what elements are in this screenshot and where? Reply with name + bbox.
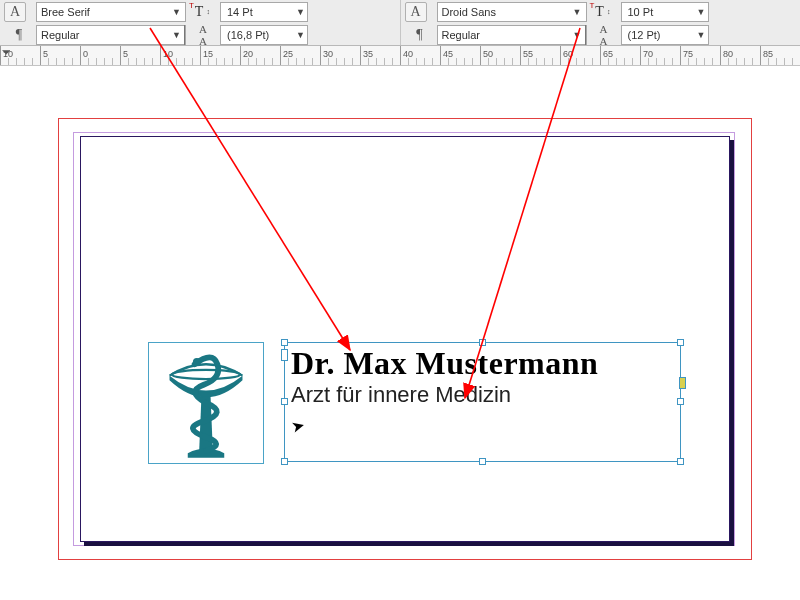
- ruler-minor-tick: [456, 58, 457, 65]
- para-panel-icon: ¶: [16, 27, 22, 43]
- resize-handle[interactable]: [677, 398, 684, 405]
- ruler-tick: 60: [560, 46, 561, 65]
- ruler-minor-tick: [328, 58, 329, 65]
- leading-icon: AA: [589, 24, 619, 46]
- ruler-minor-tick: [632, 58, 633, 65]
- horizontal-ruler[interactable]: ⏷ 10505101520253035404550556065707580859…: [0, 46, 800, 66]
- ruler-minor-tick: [672, 58, 673, 65]
- font-style-combo[interactable]: Regular ▼: [437, 25, 587, 45]
- ruler-minor-tick: [48, 58, 49, 65]
- subline-text[interactable]: Arzt für innere Medizin: [285, 382, 680, 408]
- ruler-minor-tick: [336, 58, 337, 65]
- image-frame-logo[interactable]: [148, 342, 264, 464]
- paragraph-panel-toggle[interactable]: ¶: [405, 24, 435, 46]
- ruler-minor-tick: [416, 58, 417, 65]
- ruler-minor-tick: [392, 58, 393, 65]
- ruler-minor-tick: [208, 58, 209, 65]
- ruler-minor-tick: [448, 58, 449, 65]
- leading-field[interactable]: (16,8 Pt) ▼: [220, 25, 308, 45]
- char-panel-icon: A: [410, 4, 420, 20]
- ruler-minor-tick: [432, 58, 433, 65]
- ruler-minor-tick: [16, 58, 17, 65]
- resize-handle[interactable]: [281, 398, 288, 405]
- resize-handle[interactable]: [479, 339, 486, 346]
- ruler-minor-tick: [296, 58, 297, 65]
- character-panel-toggle[interactable]: A: [405, 2, 427, 22]
- ruler-minor-tick: [776, 58, 777, 65]
- ruler-minor-tick: [168, 58, 169, 65]
- ruler-tick: 30: [320, 46, 321, 65]
- ruler-minor-tick: [648, 58, 649, 65]
- headline-text[interactable]: Dr. Max Mustermann: [285, 343, 680, 382]
- ruler-minor-tick: [312, 58, 313, 65]
- ruler-minor-tick: [192, 58, 193, 65]
- ruler-minor-tick: [544, 58, 545, 65]
- ruler-minor-tick: [408, 58, 409, 65]
- font-style-combo[interactable]: Regular ▼: [36, 25, 186, 45]
- ruler-minor-tick: [712, 58, 713, 65]
- paragraph-panel-toggle[interactable]: ¶: [4, 24, 34, 46]
- ruler-minor-tick: [688, 58, 689, 65]
- ruler-tick: 70: [640, 46, 641, 65]
- ruler-minor-tick: [96, 58, 97, 65]
- chevron-down-icon: ▼: [697, 30, 706, 40]
- ruler-tick: 75: [680, 46, 681, 65]
- ruler-tick: 40: [400, 46, 401, 65]
- resize-handle[interactable]: [281, 458, 288, 465]
- resize-handle[interactable]: [281, 339, 288, 346]
- ruler-minor-tick: [624, 58, 625, 65]
- leading-icon: AA: [188, 24, 218, 46]
- ruler-minor-tick: [728, 58, 729, 65]
- ruler-minor-tick: [368, 58, 369, 65]
- ruler-minor-tick: [216, 58, 217, 65]
- ruler-tick: 5: [40, 46, 41, 65]
- chevron-down-icon: ▼: [172, 7, 181, 17]
- resize-handle[interactable]: [677, 458, 684, 465]
- ruler-minor-tick: [576, 58, 577, 65]
- resize-handle[interactable]: [677, 339, 684, 346]
- ruler-minor-tick: [104, 58, 105, 65]
- page[interactable]: [80, 136, 730, 542]
- char-panel-icon: A: [10, 4, 20, 20]
- font-size-icon: TT↕: [188, 1, 210, 23]
- ruler-minor-tick: [112, 58, 113, 65]
- leading-value: (16,8 Pt): [227, 29, 296, 41]
- ruler-minor-tick: [784, 58, 785, 65]
- ruler-minor-tick: [24, 58, 25, 65]
- text-in-port[interactable]: [281, 349, 288, 361]
- ruler-tick: 0: [80, 46, 81, 65]
- chevron-down-icon: ▼: [172, 30, 181, 40]
- leading-field[interactable]: (12 Pt) ▼: [621, 25, 709, 45]
- font-size-field[interactable]: 14 Pt ▼: [220, 2, 308, 22]
- font-style-value: Regular: [442, 29, 573, 41]
- ruler-tick: 15: [200, 46, 201, 65]
- toolbar-charstyle-right: A Droid Sans ▼ TT↕ 10 Pt ▼ ¶ Regular ▼ A…: [400, 0, 801, 45]
- ruler-minor-tick: [736, 58, 737, 65]
- font-size-field[interactable]: 10 Pt ▼: [621, 2, 709, 22]
- text-out-port[interactable]: [679, 377, 686, 389]
- ruler-tick: 35: [360, 46, 361, 65]
- document-canvas[interactable]: Dr. Max Mustermann Arzt für innere Mediz…: [0, 66, 800, 600]
- font-family-value: Droid Sans: [442, 6, 573, 18]
- chevron-down-icon: ▼: [573, 7, 582, 17]
- ruler-minor-tick: [656, 58, 657, 65]
- ruler-minor-tick: [504, 58, 505, 65]
- ruler-minor-tick: [568, 58, 569, 65]
- ruler-minor-tick: [608, 58, 609, 65]
- toolbar-charstyle-left: A Bree Serif ▼ TT↕ 14 Pt ▼ ¶ Regular ▼ A…: [0, 0, 400, 45]
- ruler-minor-tick: [88, 58, 89, 65]
- text-frame[interactable]: Dr. Max Mustermann Arzt für innere Mediz…: [284, 342, 681, 462]
- ruler-tick: 85: [760, 46, 761, 65]
- ruler-minor-tick: [616, 58, 617, 65]
- ruler-minor-tick: [184, 58, 185, 65]
- ruler-minor-tick: [704, 58, 705, 65]
- character-panel-toggle[interactable]: A: [4, 2, 26, 22]
- ruler-minor-tick: [584, 58, 585, 65]
- font-family-combo[interactable]: Droid Sans ▼: [437, 2, 587, 22]
- chevron-down-icon: ▼: [573, 30, 582, 40]
- ruler-minor-tick: [768, 58, 769, 65]
- font-family-combo[interactable]: Bree Serif ▼: [36, 2, 186, 22]
- chevron-down-icon: ▼: [697, 7, 706, 17]
- resize-handle[interactable]: [479, 458, 486, 465]
- ruler-tick: 50: [480, 46, 481, 65]
